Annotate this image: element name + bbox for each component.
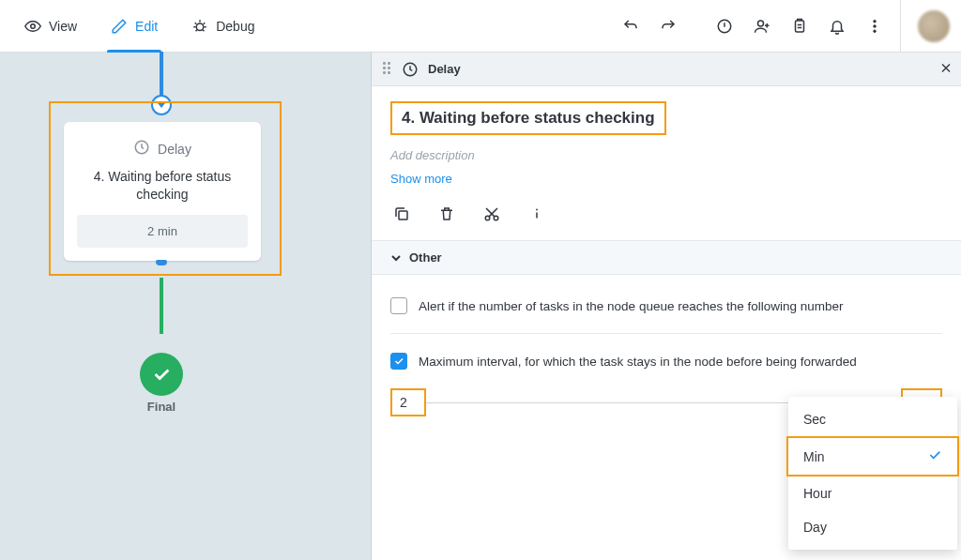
panel-body: 4. Waiting before status checking Add de… xyxy=(372,86,961,240)
node-type-label: Delay xyxy=(158,142,191,157)
redo-button[interactable] xyxy=(652,10,684,42)
node-delay-badge: 2 min xyxy=(77,215,248,248)
svg-point-6 xyxy=(874,24,877,27)
tab-edit[interactable]: Edit xyxy=(98,0,171,52)
show-more-link[interactable]: Show more xyxy=(390,172,452,186)
bug-icon xyxy=(191,18,208,35)
field-max-interval-row: Maximum interval, for which the task sta… xyxy=(390,353,942,370)
avatar-container xyxy=(900,0,950,52)
svg-point-11 xyxy=(485,216,490,220)
description-placeholder[interactable]: Add description xyxy=(390,148,942,162)
unit-dropdown: Sec Min Hour Day xyxy=(788,397,957,550)
panel-header-label: Delay xyxy=(428,62,461,76)
tab-debug-label: Debug xyxy=(216,19,254,34)
field-alert-row: Alert if the number of tasks in the node… xyxy=(390,297,942,314)
svg-point-13 xyxy=(536,209,538,211)
unit-option-label: Day xyxy=(803,520,827,535)
unit-option-label: Hour xyxy=(803,486,831,501)
svg-point-1 xyxy=(196,23,204,31)
svg-rect-4 xyxy=(796,21,804,32)
unit-option-label: Min xyxy=(803,449,825,464)
tab-view-label: View xyxy=(49,19,77,34)
unit-option-hour[interactable]: Hour xyxy=(788,477,957,510)
panel-title[interactable]: 4. Waiting before status checking xyxy=(390,101,666,135)
node-title: 4. Waiting before status checking xyxy=(77,168,248,204)
panel-close-button[interactable] xyxy=(938,60,953,78)
svg-point-7 xyxy=(874,29,877,32)
svg-point-12 xyxy=(494,216,498,220)
section-other-header[interactable]: Other xyxy=(372,240,961,275)
alert-label: Alert if the number of tasks in the node… xyxy=(419,299,844,313)
panel-action-row xyxy=(390,203,942,240)
clock-icon xyxy=(133,139,150,159)
edge-out xyxy=(160,278,163,334)
workflow-canvas[interactable]: Delay 4. Waiting before status checking … xyxy=(0,53,372,560)
tab-edit-label: Edit xyxy=(135,19,158,34)
svg-rect-10 xyxy=(399,211,407,219)
check-icon xyxy=(927,447,942,465)
unit-option-sec[interactable]: Sec xyxy=(788,402,957,436)
svg-point-0 xyxy=(31,23,36,28)
delay-node[interactable]: Delay 4. Waiting before status checking … xyxy=(64,122,261,261)
delete-button[interactable] xyxy=(435,203,458,225)
tab-view[interactable]: View xyxy=(11,0,90,52)
svg-point-3 xyxy=(758,21,764,26)
add-user-button[interactable] xyxy=(746,10,778,42)
unit-option-day[interactable]: Day xyxy=(788,510,957,544)
section-other-label: Other xyxy=(409,250,442,265)
alert-circle-icon[interactable] xyxy=(709,10,740,42)
more-menu-button[interactable] xyxy=(859,10,891,42)
mode-tabs: View Edit Debug xyxy=(11,0,267,52)
undo-button[interactable] xyxy=(615,10,647,42)
panel-header: Delay xyxy=(372,53,961,86)
cut-button[interactable] xyxy=(480,203,503,225)
edge-out-port[interactable] xyxy=(156,260,167,265)
final-node[interactable] xyxy=(140,353,183,396)
clock-icon xyxy=(402,61,419,78)
tab-debug[interactable]: Debug xyxy=(178,0,267,52)
divider xyxy=(390,333,942,334)
clipboard-icon[interactable] xyxy=(784,10,816,42)
max-interval-checkbox[interactable] xyxy=(390,353,407,370)
eye-icon xyxy=(24,18,41,35)
bell-icon[interactable] xyxy=(821,10,853,42)
alert-checkbox[interactable] xyxy=(390,297,407,314)
svg-point-5 xyxy=(874,20,877,23)
pencil-icon xyxy=(111,18,128,35)
final-node-label: Final xyxy=(147,400,175,414)
top-toolbar: View Edit Debug xyxy=(0,0,961,53)
info-button[interactable] xyxy=(526,203,548,225)
side-panel: Delay 4. Waiting before status checking … xyxy=(372,53,961,560)
toolbar-actions xyxy=(615,10,891,42)
node-type-header: Delay xyxy=(133,139,191,159)
unit-option-min[interactable]: Min xyxy=(786,436,959,477)
duplicate-button[interactable] xyxy=(390,203,413,225)
drag-handle-icon[interactable] xyxy=(383,62,392,77)
unit-option-label: Sec xyxy=(803,412,826,427)
interval-value-input[interactable]: 2 xyxy=(390,388,426,416)
main: Delay 4. Waiting before status checking … xyxy=(0,53,961,560)
avatar[interactable] xyxy=(918,10,950,42)
max-interval-label: Maximum interval, for which the task sta… xyxy=(419,355,857,369)
